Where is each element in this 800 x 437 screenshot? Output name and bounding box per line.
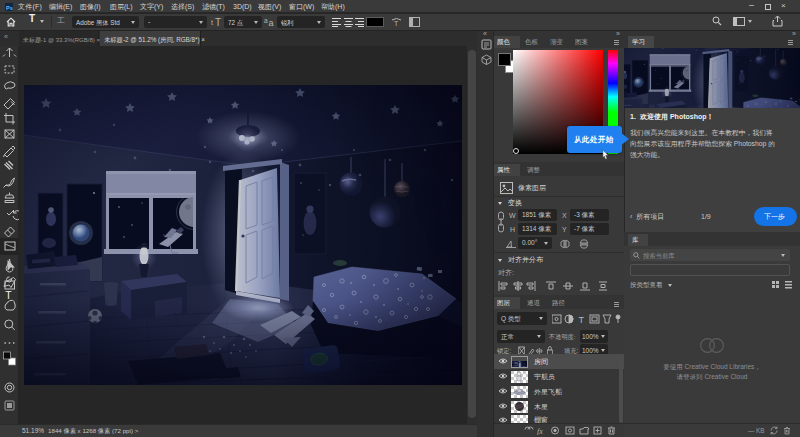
svg-text:a: a <box>269 18 274 27</box>
svg-text:t: t <box>211 19 213 26</box>
svg-text:T: T <box>215 17 221 27</box>
svg-text:T: T <box>579 315 585 325</box>
svg-text:fx: fx <box>537 427 543 435</box>
svg-text:a: a <box>264 17 268 24</box>
svg-text:T: T <box>5 289 12 301</box>
svg-text:T: T <box>394 20 399 27</box>
